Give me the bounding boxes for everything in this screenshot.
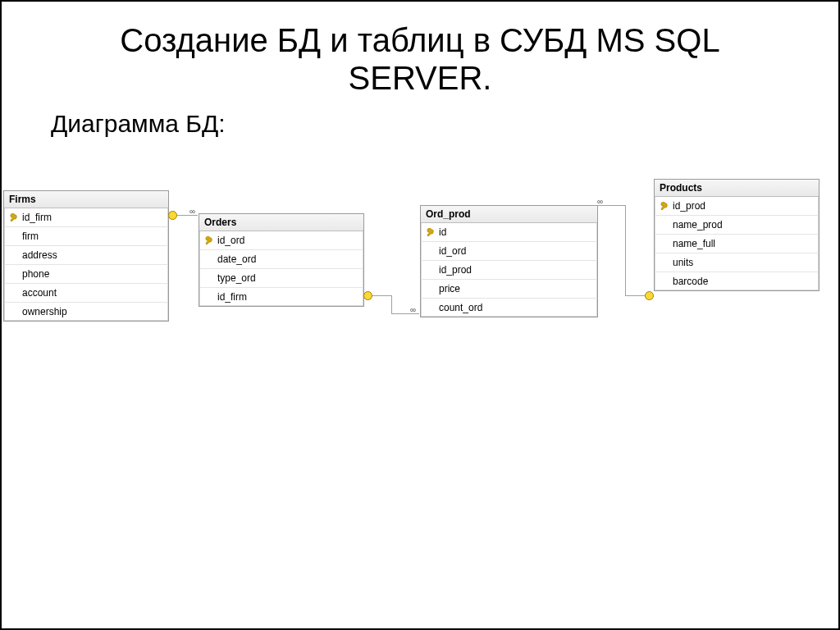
column-name: firm	[22, 231, 165, 242]
table-firms-header: Firms	[4, 191, 168, 208]
table-row: id	[421, 223, 597, 242]
column-name: price	[439, 283, 594, 294]
primary-key-icon	[658, 202, 669, 211]
primary-key-icon	[424, 228, 436, 237]
table-products-header: Products	[655, 180, 819, 197]
table-ord-prod-rows: id id_ord id_prod price count_ord	[421, 223, 597, 317]
relationship-key-icon	[645, 291, 654, 300]
table-row: price	[421, 280, 597, 299]
page-title: Создание БД и таблиц в СУБД MS SQL SERVE…	[51, 21, 789, 97]
primary-key-icon	[7, 213, 19, 222]
table-row: id_firm	[199, 288, 363, 306]
table-products-rows: id_prod name_prod name_full units barcod…	[655, 197, 819, 290]
table-orders-rows: id_ord date_ord type_ord id_firm	[199, 231, 363, 306]
relationship-key-icon	[363, 291, 372, 300]
table-orders-header: Orders	[199, 214, 363, 231]
column-name: type_ord	[217, 272, 360, 284]
relationship-infinity-icon: ∞	[189, 207, 195, 216]
relationship-line	[625, 205, 626, 295]
table-row: units	[655, 253, 819, 272]
diagram-canvas: Firms id_firm firm address phone account…	[2, 189, 838, 369]
column-name: name_prod	[673, 219, 815, 231]
primary-key-icon	[203, 236, 214, 245]
column-name: account	[22, 287, 165, 299]
relationship-infinity-icon: ∞	[410, 305, 416, 314]
column-name: phone	[22, 268, 165, 280]
table-row: name_full	[655, 235, 819, 253]
table-ord-prod-header: Ord_prod	[421, 206, 597, 223]
column-name: barcode	[673, 276, 815, 287]
column-name: id_prod	[673, 200, 815, 212]
table-products: Products id_prod name_prod name_full uni…	[654, 179, 819, 291]
column-name: count_ord	[439, 302, 594, 313]
relationship-infinity-icon: ∞	[597, 197, 603, 206]
table-row: name_prod	[655, 216, 819, 235]
column-name: ownership	[22, 306, 165, 317]
table-row: count_ord	[421, 299, 597, 317]
column-name: id_prod	[439, 264, 594, 276]
column-name: id_ord	[439, 245, 594, 257]
column-name: address	[22, 249, 165, 261]
column-name: units	[673, 257, 815, 268]
table-firms: Firms id_firm firm address phone account…	[3, 190, 169, 322]
table-row: id_ord	[421, 242, 597, 261]
column-name: id_firm	[217, 291, 360, 303]
table-row: id_firm	[4, 208, 168, 227]
table-row: date_ord	[199, 250, 363, 269]
table-row: id_prod	[421, 261, 597, 280]
relationship-line	[391, 295, 392, 313]
table-row: phone	[4, 265, 168, 284]
table-row: type_ord	[199, 269, 363, 288]
slide: Создание БД и таблиц в СУБД MS SQL SERVE…	[0, 0, 840, 630]
table-row: address	[4, 246, 168, 265]
table-orders: Orders id_ord date_ord type_ord id_firm	[199, 213, 364, 307]
column-name: date_ord	[217, 253, 360, 265]
relationship-key-icon	[168, 211, 177, 220]
column-name: name_full	[673, 238, 815, 249]
table-row: id_prod	[655, 197, 819, 216]
table-row: firm	[4, 227, 168, 246]
column-name: id	[439, 226, 594, 238]
subtitle: Диаграмма БД:	[51, 110, 789, 138]
table-ord-prod: Ord_prod id id_ord id_prod price count_o…	[420, 205, 598, 317]
table-firms-rows: id_firm firm address phone account owner…	[4, 208, 168, 321]
table-row: barcode	[655, 272, 819, 290]
table-row: id_ord	[199, 231, 363, 250]
column-name: id_ord	[217, 235, 360, 246]
table-row: account	[4, 284, 168, 303]
table-row: ownership	[4, 303, 168, 321]
column-name: id_firm	[22, 212, 165, 223]
